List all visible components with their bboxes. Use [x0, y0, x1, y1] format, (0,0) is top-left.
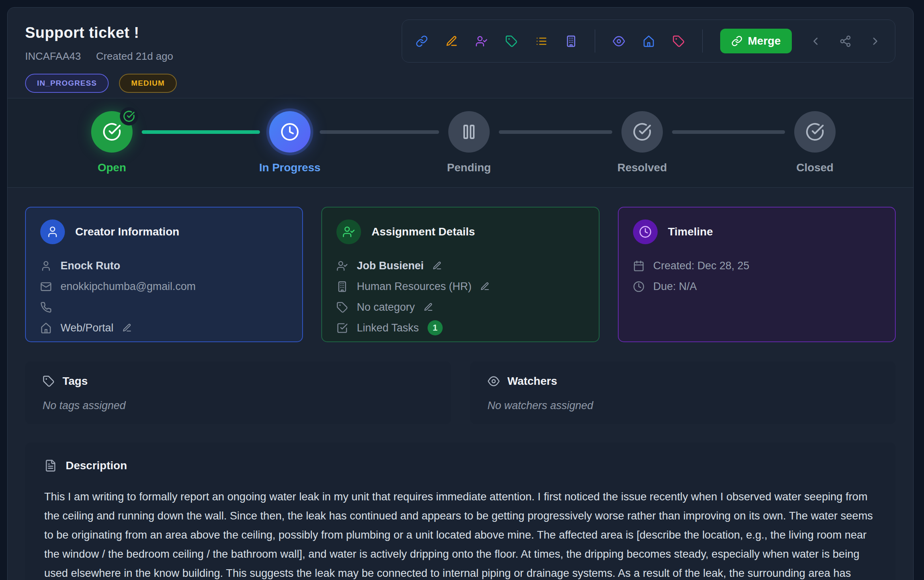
assignment-card-title: Assignment Details	[371, 225, 475, 238]
calendar-icon	[633, 260, 645, 272]
step-resolved-circle[interactable]	[621, 111, 663, 153]
creator-phone-row	[40, 297, 288, 317]
priority-badge: MEDIUM	[119, 74, 176, 93]
check-circle-icon	[123, 110, 135, 122]
creator-source: Web/Portal	[61, 322, 113, 334]
chevron-right-icon[interactable]	[869, 35, 881, 47]
description-body: This I am writing to formally report an …	[44, 487, 877, 580]
ticket-header: Support ticket ! INCAFAA43 Created 21d a…	[8, 8, 913, 98]
edit-pen-icon[interactable]	[432, 261, 442, 270]
linked-tasks-row[interactable]: Linked Tasks 1	[336, 317, 584, 338]
step-resolved-label: Resolved	[617, 161, 667, 174]
edit-pen-icon[interactable]	[122, 323, 132, 333]
watchers-empty-text: No watchers assigned	[488, 400, 879, 412]
timeline-created-row: Created: Dec 28, 25	[633, 255, 881, 276]
merge-button[interactable]: Merge	[720, 29, 792, 53]
watchers-card: Watchers No watchers assigned	[470, 361, 896, 424]
category-row: No category	[336, 297, 584, 317]
clock-icon	[633, 219, 658, 244]
edit-pen-icon[interactable]	[424, 302, 433, 312]
status-stepper: Open In Progress Pending Resolved Closed	[8, 98, 913, 188]
linked-tasks-count-badge: 1	[428, 320, 443, 335]
stepper-connector	[499, 130, 612, 134]
edit-pen-icon[interactable]	[480, 282, 490, 291]
timeline-due: Due: N/A	[653, 280, 697, 293]
ticket-id: INCAFAA43	[25, 50, 81, 63]
eye-icon	[488, 375, 500, 387]
toolbar-divider	[595, 29, 595, 53]
ticket-content: Creator Information Enock Ruto enokkipch…	[8, 188, 913, 580]
tags-card: Tags No tags assigned	[25, 361, 451, 424]
category-value: No category	[357, 301, 415, 314]
phone-icon	[40, 302, 52, 313]
description-title: Description	[66, 459, 127, 472]
check-circle-icon	[633, 122, 652, 141]
check-circle-icon	[805, 122, 824, 141]
step-in-progress-circle[interactable]	[269, 111, 311, 153]
step-in-progress-label: In Progress	[259, 161, 320, 174]
action-toolbar: Merge	[402, 20, 895, 63]
timeline-created: Created: Dec 28, 25	[653, 260, 750, 272]
list-icon[interactable]	[535, 35, 547, 47]
chevron-left-icon[interactable]	[809, 35, 822, 47]
edit-pen-icon[interactable]	[445, 35, 458, 47]
assignment-details-card: Assignment Details Job Busienei Human Re…	[321, 207, 599, 342]
step-pending-circle[interactable]	[448, 111, 490, 153]
home-icon	[40, 322, 52, 334]
mail-icon	[40, 281, 52, 292]
creator-card-title: Creator Information	[75, 225, 179, 238]
user-check-icon	[336, 219, 361, 244]
link-icon[interactable]	[416, 35, 428, 47]
assignee-name: Job Busienei	[357, 260, 424, 272]
document-icon	[44, 459, 57, 472]
stepper-connector	[320, 130, 439, 134]
tag-icon	[43, 375, 55, 387]
watchers-title: Watchers	[508, 375, 557, 388]
stepper-connector-done	[142, 130, 260, 134]
merge-link-icon	[731, 35, 742, 47]
user-icon	[40, 260, 52, 272]
step-closed-circle[interactable]	[794, 111, 836, 153]
creator-name-row: Enock Ruto	[40, 255, 288, 276]
home-icon[interactable]	[643, 35, 655, 47]
step-pending-label: Pending	[447, 161, 491, 174]
tag-icon[interactable]	[505, 35, 518, 47]
creator-information-card: Creator Information Enock Ruto enokkipch…	[25, 207, 303, 342]
tags-empty-text: No tags assigned	[43, 400, 434, 412]
creator-email: enokkipchumba@gmail.com	[61, 280, 196, 293]
step-open-label: Open	[98, 161, 126, 174]
ticket-detail-panel: Support ticket ! INCAFAA43 Created 21d a…	[7, 7, 914, 580]
creator-email-row: enokkipchumba@gmail.com	[40, 276, 288, 297]
status-badge: IN_PROGRESS	[25, 74, 109, 93]
user-check-icon	[336, 260, 348, 272]
timeline-due-row: Due: N/A	[633, 276, 881, 297]
assignee-row: Job Busienei	[336, 255, 584, 276]
creator-source-row: Web/Portal	[40, 317, 288, 338]
merge-button-label: Merge	[748, 35, 781, 47]
clock-icon	[633, 281, 645, 292]
checkbox-icon	[336, 322, 348, 334]
tag-icon-pink[interactable]	[672, 35, 685, 47]
department-name: Human Resources (HR)	[357, 280, 471, 293]
description-card: Description This I am writing to formall…	[25, 443, 896, 580]
share-icon[interactable]	[839, 35, 852, 47]
tags-title: Tags	[63, 375, 88, 388]
check-circle-icon	[102, 122, 121, 141]
building-icon	[336, 281, 348, 292]
user-check-icon[interactable]	[475, 35, 488, 47]
eye-icon[interactable]	[613, 35, 625, 47]
department-row: Human Resources (HR)	[336, 276, 584, 297]
timeline-card-title: Timeline	[668, 225, 713, 238]
step-closed-label: Closed	[796, 161, 833, 174]
pause-icon	[459, 122, 479, 141]
toolbar-divider	[702, 29, 703, 53]
user-icon	[40, 219, 65, 244]
stepper-connector	[672, 130, 785, 134]
created-ago: Created 21d ago	[96, 50, 173, 63]
creator-name: Enock Ruto	[61, 260, 120, 272]
clock-icon	[280, 122, 299, 141]
building-icon[interactable]	[565, 35, 577, 47]
step-open-done-badge	[120, 107, 138, 125]
linked-tasks-label: Linked Tasks	[357, 322, 419, 334]
tag-icon	[336, 302, 348, 313]
